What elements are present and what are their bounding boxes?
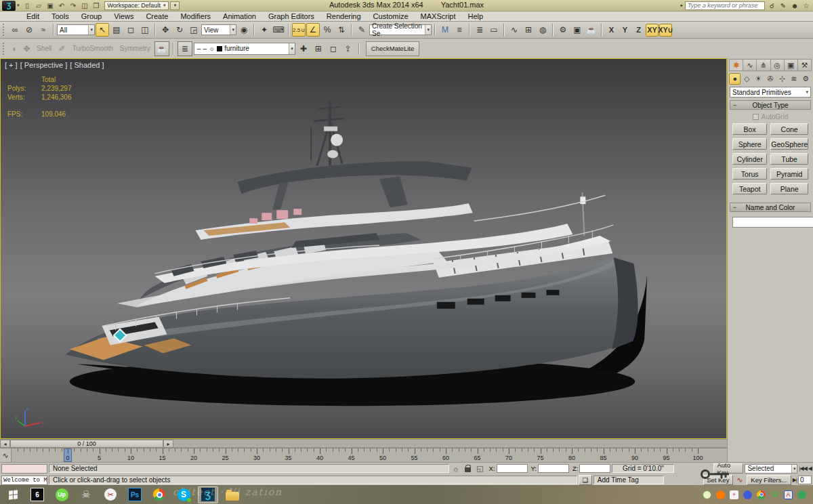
curve-editor-button[interactable]: ∿ bbox=[507, 23, 521, 37]
tube-button[interactable]: Tube bbox=[770, 153, 808, 165]
layer-list-button[interactable]: ≣ bbox=[178, 41, 192, 56]
add-selection-to-layer-button[interactable]: ⊞ bbox=[312, 42, 325, 56]
toolbar-drag-handle[interactable] bbox=[3, 43, 6, 55]
primitive-category-dropdown[interactable]: Standard Primitives ▾ bbox=[730, 87, 811, 98]
tray-pin-icon[interactable]: + bbox=[730, 490, 738, 499]
category-systems[interactable]: ⚙ bbox=[800, 73, 812, 85]
torus-button[interactable]: Torus bbox=[732, 168, 767, 180]
menu-group[interactable]: Group bbox=[75, 12, 108, 21]
select-and-move-button[interactable]: ✥ bbox=[159, 23, 172, 37]
tab-modify[interactable]: ∿ bbox=[743, 59, 757, 71]
tray-text-icon[interactable]: A bbox=[784, 490, 793, 499]
taskbar-3dsmax-active[interactable]: Ʒ bbox=[198, 486, 218, 503]
favorites-star-icon[interactable]: ☆ bbox=[801, 2, 811, 9]
checkmate-lite-button[interactable]: CheckMateLite bbox=[366, 41, 419, 56]
axis-y-button[interactable]: Y bbox=[619, 24, 631, 37]
select-and-manipulate-button[interactable]: ✦ bbox=[257, 23, 271, 37]
menu-tools[interactable]: Tools bbox=[45, 12, 75, 21]
z-coordinate-field[interactable] bbox=[579, 464, 610, 473]
category-shapes[interactable]: ◇ bbox=[741, 73, 752, 85]
taskbar-photoshop[interactable]: Ps bbox=[125, 486, 145, 503]
tab-create[interactable]: ✱ bbox=[729, 59, 743, 71]
new-file-button[interactable]: ▯ bbox=[22, 1, 33, 10]
box-button[interactable]: Box bbox=[732, 123, 767, 135]
active-layer-dropdown[interactable]: – – ☼ furniture ▾ bbox=[194, 43, 295, 55]
project-folder-button[interactable]: ◫ bbox=[80, 1, 90, 10]
axis-xy-snap-button[interactable]: XY∪ bbox=[659, 24, 672, 37]
taskbar-skype[interactable]: S bbox=[173, 486, 194, 503]
create-new-layer-button[interactable]: ✚ bbox=[297, 42, 310, 56]
tray-recycle-icon[interactable]: ♻ bbox=[770, 490, 779, 499]
angle-snap-button[interactable]: ∠ bbox=[306, 23, 320, 37]
y-coordinate-field[interactable] bbox=[538, 464, 569, 473]
select-and-link-button[interactable]: ∞ bbox=[8, 23, 22, 37]
go-to-start-button[interactable]: |◀◀ bbox=[799, 465, 806, 471]
key-mode-dropdown[interactable]: Selected ▾ bbox=[745, 464, 797, 474]
tab-utilities[interactable]: ⚒ bbox=[798, 59, 812, 71]
category-geometry[interactable]: ● bbox=[729, 73, 741, 85]
time-slider-track[interactable] bbox=[173, 440, 727, 448]
sign-in-icon[interactable]: ☻ bbox=[790, 2, 799, 9]
tray-app-icon[interactable] bbox=[743, 490, 752, 499]
maxscript-mini-listener[interactable]: Welcome to M bbox=[1, 476, 47, 485]
toolbar-drag-handle[interactable] bbox=[3, 24, 6, 36]
axis-xy-button[interactable]: XY bbox=[646, 24, 659, 37]
menu-rendering[interactable]: Rendering bbox=[320, 12, 367, 21]
cylinder-button[interactable]: Cylinder bbox=[732, 153, 767, 165]
yacht-model[interactable] bbox=[1, 59, 726, 438]
next-frame-button[interactable]: ▶| bbox=[793, 477, 797, 483]
absolute-offset-toggle[interactable]: ◱ bbox=[475, 464, 486, 473]
workspace-dropdown[interactable]: Workspace: Default ▾ bbox=[104, 1, 169, 10]
percent-snap-button[interactable]: % bbox=[320, 23, 334, 37]
workspace-menu-button[interactable]: ▾ bbox=[170, 1, 180, 10]
category-helpers[interactable]: ⊹ bbox=[776, 73, 788, 85]
viewport-shading-menu[interactable]: [ Shaded ] bbox=[70, 61, 104, 69]
category-spacewarps[interactable]: ≋ bbox=[788, 73, 799, 85]
x-coordinate-field[interactable] bbox=[497, 464, 528, 473]
undo-button[interactable]: ↶ bbox=[57, 1, 67, 10]
viewport-pov-menu[interactable]: [ Perspective ] bbox=[20, 61, 68, 69]
geosphere-button[interactable]: GeoSphere bbox=[770, 138, 808, 150]
communication-center-icon[interactable]: ✎ bbox=[778, 2, 788, 9]
infocenter-search-input[interactable] bbox=[685, 1, 765, 10]
plane-button[interactable]: Plane bbox=[770, 183, 808, 194]
sphere-button[interactable]: Sphere bbox=[732, 138, 767, 150]
snap-toggle-button[interactable]: 2.5∪ bbox=[292, 23, 306, 37]
previous-frame-button[interactable]: ◀ bbox=[808, 465, 812, 471]
select-and-rotate-button[interactable]: ↻ bbox=[173, 23, 186, 37]
spray-modifier-button[interactable]: ✐ bbox=[56, 42, 68, 56]
taskbar-explorer[interactable] bbox=[222, 486, 243, 503]
mirror-button[interactable]: M bbox=[438, 23, 452, 37]
set-keys-key-icon[interactable] bbox=[699, 466, 732, 482]
select-objects-in-layer-button[interactable]: ◻ bbox=[327, 42, 340, 56]
name-color-header[interactable]: − Name and Color bbox=[730, 203, 811, 212]
autogrid-checkbox[interactable] bbox=[753, 114, 759, 120]
keyboard-override-button[interactable]: ⌨ bbox=[272, 23, 285, 37]
taskbar-upwork[interactable]: Up bbox=[51, 486, 72, 503]
menu-help[interactable]: Help bbox=[462, 12, 490, 21]
select-by-name-button[interactable]: ▤ bbox=[110, 23, 123, 37]
align-button[interactable]: ≡ bbox=[453, 23, 466, 37]
render-production-button[interactable]: ☕ bbox=[585, 23, 598, 37]
menu-create[interactable]: Create bbox=[140, 12, 174, 21]
ribbon-toggle-button[interactable]: ▭ bbox=[487, 23, 501, 37]
taskbar-chrome[interactable] bbox=[149, 486, 169, 503]
teapot-tool-button[interactable]: ☕ bbox=[154, 41, 169, 56]
tab-motion[interactable]: ◎ bbox=[771, 59, 785, 71]
turbosmooth-button[interactable]: TurboSmooth bbox=[70, 42, 116, 56]
pyramid-button[interactable]: Pyramid bbox=[770, 168, 808, 180]
rendered-frame-button[interactable]: ▣ bbox=[570, 23, 584, 37]
taskbar-game[interactable]: ☠ bbox=[76, 486, 96, 503]
menu-modifiers[interactable]: Modifiers bbox=[174, 12, 217, 21]
new-key-curve-icon[interactable]: ∿ bbox=[734, 476, 745, 484]
select-object-button[interactable]: ↖ bbox=[96, 23, 109, 37]
teapot-button[interactable]: Teapot bbox=[732, 183, 767, 194]
menu-customize[interactable]: Customize bbox=[367, 12, 415, 21]
add-time-tag-button[interactable]: Add Time Tag bbox=[593, 476, 664, 484]
material-editor-button[interactable]: ◍ bbox=[536, 23, 549, 37]
tab-display[interactable]: ▣ bbox=[785, 59, 798, 71]
time-slider-handle[interactable]: 0 / 100 bbox=[10, 440, 163, 448]
tray-leaf-icon[interactable] bbox=[703, 490, 711, 499]
selection-lock-icon[interactable] bbox=[463, 465, 474, 472]
render-setup-button[interactable]: ⚙ bbox=[556, 23, 570, 37]
